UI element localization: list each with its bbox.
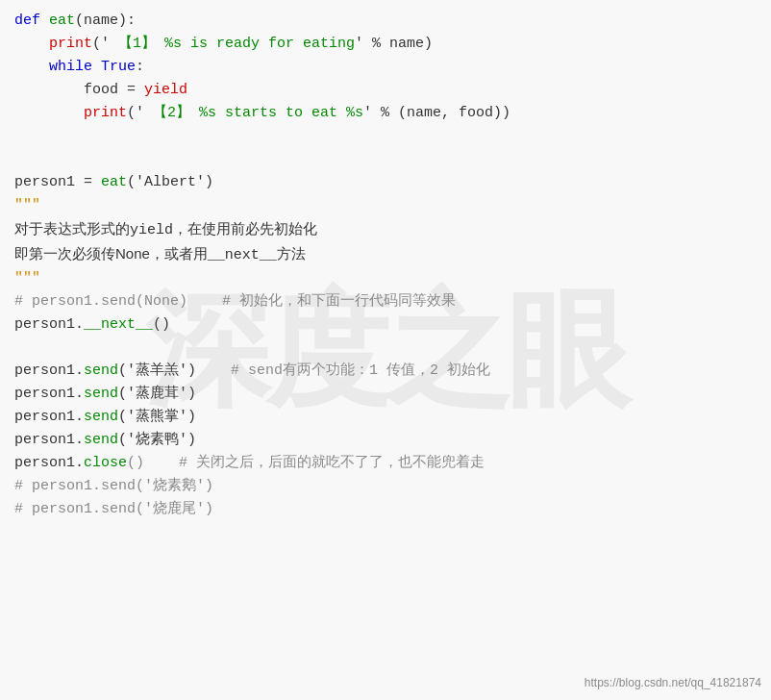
code-line: print(' 【2】 %s starts to eat %s' % (name…	[14, 102, 757, 125]
code-line	[14, 125, 757, 148]
code-line: person1.send('蒸熊掌')	[14, 406, 757, 429]
code-line: """	[14, 194, 757, 217]
code-line: # person1.send(None) # 初始化，和下面一行代码同等效果	[14, 290, 757, 313]
code-line: # person1.send('烧鹿尾')	[14, 498, 757, 521]
code-line: print(' 【1】 %s is ready for eating' % na…	[14, 33, 757, 56]
code-line: def eat(name):	[14, 10, 757, 33]
code-line: person1.close() # 关闭之后，后面的就吃不了了，也不能兜着走	[14, 452, 757, 475]
code-line: person1.send('烧素鸭')	[14, 429, 757, 452]
code-line: 即第一次必须传None，或者用__next__方法	[14, 242, 757, 267]
code-line: # person1.send('烧素鹅')	[14, 475, 757, 498]
code-line: food = yield	[14, 79, 757, 102]
code-line: person1.__next__()	[14, 313, 757, 337]
code-area: def eat(name): print(' 【1】 %s is ready f…	[0, 0, 771, 531]
code-line: person1.send('蒸鹿茸')	[14, 383, 757, 406]
code-line: person1.send('蒸羊羔') # send有两个功能：1 传值，2 初…	[14, 360, 757, 383]
code-line: person1 = eat('Albert')	[14, 171, 757, 194]
code-line	[14, 337, 757, 360]
code-line	[14, 148, 757, 171]
code-line: while True:	[14, 56, 757, 79]
code-line: """	[14, 267, 757, 290]
code-line: 对于表达式形式的yield，在使用前必先初始化	[14, 217, 757, 242]
